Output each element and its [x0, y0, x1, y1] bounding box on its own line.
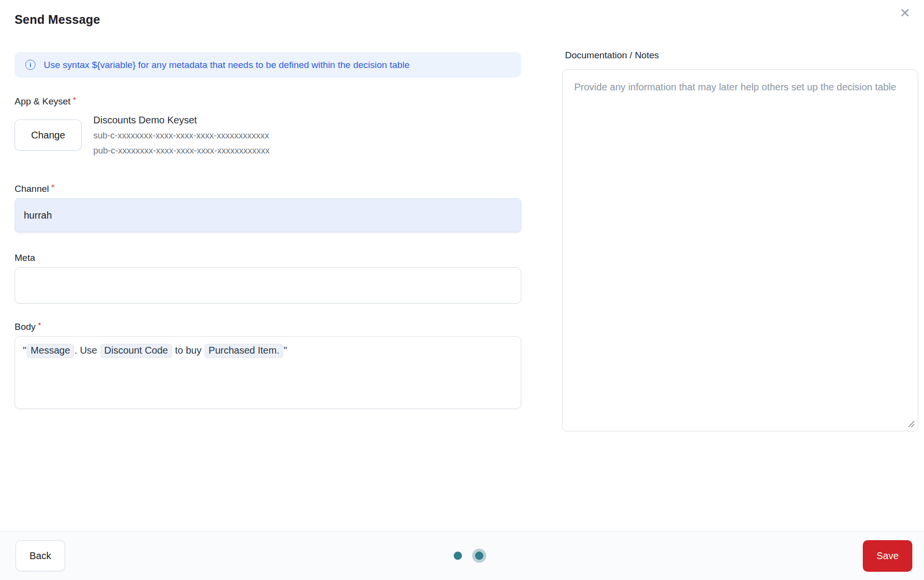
variable-chip[interactable]: Message	[27, 344, 74, 358]
body-text: to buy	[172, 345, 205, 356]
meta-input[interactable]	[15, 267, 521, 304]
keyset-name: Discounts Demo Keyset	[93, 115, 270, 126]
variable-chip[interactable]: Discount Code	[101, 344, 172, 358]
pagination-dot-1[interactable]	[454, 552, 462, 560]
body-label: Body*	[15, 322, 521, 332]
keyset-row: Change Discounts Demo Keyset sub-c-xxxxx…	[15, 119, 521, 158]
body-editor[interactable]: "Message. Use Discount Code to buy Purch…	[15, 336, 521, 409]
body-editor-content: "Message. Use Discount Code to buy Purch…	[23, 344, 513, 358]
send-message-dialog: Send Message ✕ i Use syntax ${variable} …	[0, 0, 924, 580]
syntax-info-banner: i Use syntax ${variable} for any metadat…	[15, 52, 521, 78]
info-banner-text: Use syntax ${variable} for any metadata …	[44, 60, 410, 70]
app-keyset-label: App & Keyset*	[15, 96, 521, 107]
back-button[interactable]: Back	[16, 540, 65, 571]
required-asterisk: *	[73, 96, 76, 104]
channel-label-text: Channel	[15, 184, 49, 194]
publish-key: pub-c-xxxxxxxx-xxxx-xxxx-xxxx-xxxxxxxxxx…	[93, 143, 270, 158]
info-icon: i	[25, 60, 35, 70]
meta-label: Meta	[15, 253, 521, 263]
resize-handle-icon[interactable]	[907, 420, 915, 427]
pagination-dot-2[interactable]	[475, 552, 483, 560]
required-asterisk: *	[38, 322, 41, 330]
body-text: "	[284, 345, 287, 356]
required-asterisk: *	[51, 184, 54, 192]
save-button[interactable]: Save	[863, 540, 912, 572]
subscribe-key: sub-c-xxxxxxxx-xxxx-xxxx-xxxx-xxxxxxxxxx…	[93, 128, 270, 143]
channel-label: Channel*	[15, 184, 521, 194]
variable-chip[interactable]: Purchased Item.	[205, 344, 283, 358]
body-label-text: Body	[15, 322, 35, 332]
change-keyset-button[interactable]: Change	[15, 119, 82, 151]
body-text: . Use	[74, 345, 100, 356]
documentation-textarea[interactable]	[562, 69, 918, 431]
dialog-footer: Back Save	[0, 531, 924, 580]
keyset-info: Discounts Demo Keyset sub-c-xxxxxxxx-xxx…	[93, 115, 270, 158]
close-icon[interactable]: ✕	[899, 7, 910, 20]
page-title: Send Message	[15, 13, 100, 27]
pagination-dots	[454, 552, 483, 560]
body-text: "	[23, 345, 26, 356]
app-keyset-label-text: App & Keyset	[15, 96, 70, 106]
message-form: i Use syntax ${variable} for any metadat…	[15, 52, 521, 409]
channel-input[interactable]	[15, 198, 521, 232]
documentation-label: Documentation / Notes	[565, 50, 659, 61]
documentation-wrap	[562, 69, 918, 431]
